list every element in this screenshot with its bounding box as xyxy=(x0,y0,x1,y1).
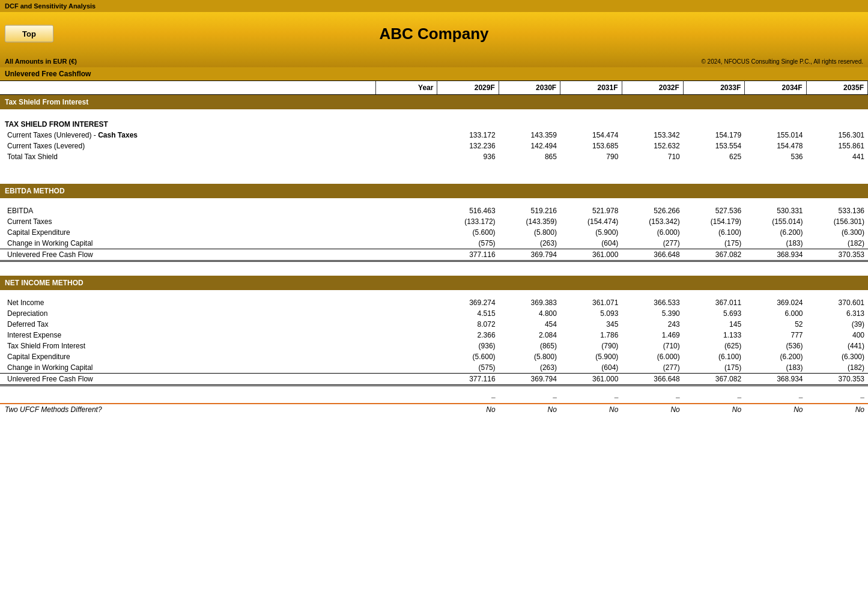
val-2034: (183) xyxy=(745,362,806,374)
val-2029: (5.600) xyxy=(437,227,499,238)
val-2035: 370.601 xyxy=(807,297,868,308)
val-2035: 400 xyxy=(807,330,868,341)
main-content: Year 2029F 2030F 2031F 2032F 2033F 2034F… xyxy=(0,80,868,422)
val-2029: 8.072 xyxy=(437,319,499,330)
year-2030: 2030F xyxy=(499,81,560,95)
table-row: Capital Expenditure (5.600) (5.800) (5.9… xyxy=(0,227,868,238)
net-income-table: Net Income 369.274 369.383 361.071 366.5… xyxy=(0,290,868,423)
val-2034: (6.200) xyxy=(745,227,806,238)
table-row: Depreciation 4.515 4.800 5.093 5.390 5.6… xyxy=(0,308,868,319)
val-2034: 154.478 xyxy=(745,141,806,151)
val-2035: 370.353 xyxy=(807,373,868,385)
val-2030: 2.084 xyxy=(499,330,560,341)
val-2035: (39) xyxy=(807,319,868,330)
two-ufcf-label: Two UFCF Methods Different? xyxy=(0,404,376,415)
val-2032: 366.648 xyxy=(622,373,683,385)
val-2034: 536 xyxy=(745,151,806,162)
spacer xyxy=(0,162,868,169)
empty-year xyxy=(376,227,437,238)
dashes-row: – – – – – – – xyxy=(0,392,868,404)
year-2031: 2031F xyxy=(560,81,622,95)
spacer xyxy=(0,261,868,268)
ufcf-section-header: Unlevered Free Cashflow xyxy=(0,67,868,80)
table-row: Tax Shield From Interest (936) (865) (79… xyxy=(0,341,868,351)
val-2033: 154.179 xyxy=(684,130,745,141)
val-2032: (6.000) xyxy=(622,351,683,362)
dash-2035: – xyxy=(807,392,868,404)
val-2034: 52 xyxy=(745,319,806,330)
val-2031: 361.000 xyxy=(560,373,622,385)
table-row-total: Unlevered Free Cash Flow 377.116 369.794… xyxy=(0,249,868,261)
dash-2032: – xyxy=(622,392,683,404)
val-2029: (575) xyxy=(437,362,499,374)
tax-shield-sub-header: TAX SHIELD FROM INTEREST xyxy=(0,117,868,130)
val-2033: (154.179) xyxy=(684,216,745,227)
val-2032: 5.390 xyxy=(622,308,683,319)
row-label: Change in Working Capital xyxy=(0,238,376,249)
val-2034: (6.200) xyxy=(745,351,806,362)
year-label-header: Year xyxy=(376,81,437,95)
val-2030: 143.359 xyxy=(499,130,560,141)
val-2035: (156.301) xyxy=(807,216,868,227)
val-2033: 367.011 xyxy=(684,297,745,308)
ebitda-table: EBITDA 516.463 519.216 521.978 526.266 5… xyxy=(0,198,868,276)
val-2029: (5.600) xyxy=(437,351,499,362)
row-label: Depreciation xyxy=(0,308,376,319)
val-2033: 625 xyxy=(684,151,745,162)
table-row: Interest Expense 2.366 2.084 1.786 1.469… xyxy=(0,330,868,341)
val-2035: 156.301 xyxy=(807,130,868,141)
row-label: Current Taxes (Unlevered) - Cash Taxes xyxy=(0,130,376,141)
row-label: Current Taxes (Levered) xyxy=(0,141,376,151)
copyright: © 2024, NFOCUS Consulting Single P.C., A… xyxy=(701,58,863,65)
val-2035: 6.313 xyxy=(807,308,868,319)
empty-year xyxy=(376,130,437,141)
val-2033: (175) xyxy=(684,362,745,374)
table-row: Total Tax Shield 936 865 790 710 625 536… xyxy=(0,151,868,162)
val-2030: 4.800 xyxy=(499,308,560,319)
val-2034: 530.331 xyxy=(745,205,806,216)
dash-2034: – xyxy=(745,392,806,404)
table-row-total: Unlevered Free Cash Flow 377.116 369.794… xyxy=(0,373,868,385)
val-2035: (6.300) xyxy=(807,351,868,362)
val-2032: 153.342 xyxy=(622,130,683,141)
val-2029: 132.236 xyxy=(437,141,499,151)
val-2030: (263) xyxy=(499,362,560,374)
empty-year xyxy=(376,341,437,351)
val-2030: (263) xyxy=(499,238,560,249)
val-2034: (155.014) xyxy=(745,216,806,227)
year-header-table: Year 2029F 2030F 2031F 2032F 2033F 2034F… xyxy=(0,80,868,95)
table-row: Net Income 369.274 369.383 361.071 366.5… xyxy=(0,297,868,308)
table-row: Current Taxes (Unlevered) - Cash Taxes 1… xyxy=(0,130,868,141)
table-row: Deferred Tax 8.072 454 345 243 145 52 (3… xyxy=(0,319,868,330)
val-2030: (865) xyxy=(499,341,560,351)
val-2033: 527.536 xyxy=(684,205,745,216)
val-2031: 361.071 xyxy=(560,297,622,308)
val-2035: 533.136 xyxy=(807,205,868,216)
val-2033: 367.082 xyxy=(684,373,745,385)
empty-year xyxy=(376,319,437,330)
row-label: Unlevered Free Cash Flow xyxy=(0,249,376,261)
dash-2030: – xyxy=(499,392,560,404)
val-2029: 133.172 xyxy=(437,130,499,141)
empty-year xyxy=(376,362,437,374)
tax-shield-subheader-label: TAX SHIELD FROM INTEREST xyxy=(0,117,868,130)
val-2033: (6.100) xyxy=(684,351,745,362)
year-2035: 2035F xyxy=(806,81,867,95)
empty-header xyxy=(0,81,376,95)
val-2034: (536) xyxy=(745,341,806,351)
val-2034: 777 xyxy=(745,330,806,341)
row-label: Current Taxes xyxy=(0,216,376,227)
val-2029: (936) xyxy=(437,341,499,351)
val-2031: (790) xyxy=(560,341,622,351)
val-2031: 153.685 xyxy=(560,141,622,151)
empty-year xyxy=(376,249,437,261)
tax-shield-label: Tax Shield From Interest xyxy=(5,98,88,106)
val-2034: 155.014 xyxy=(745,130,806,141)
ebitda-label: EBITDA METHOD xyxy=(5,187,65,195)
val-2030: 369.794 xyxy=(499,373,560,385)
val-2030: 454 xyxy=(499,319,560,330)
val-2031: (5.900) xyxy=(560,227,622,238)
val-2031: 5.093 xyxy=(560,308,622,319)
val-2030: (5.800) xyxy=(499,227,560,238)
top-button[interactable]: Top xyxy=(5,25,53,43)
